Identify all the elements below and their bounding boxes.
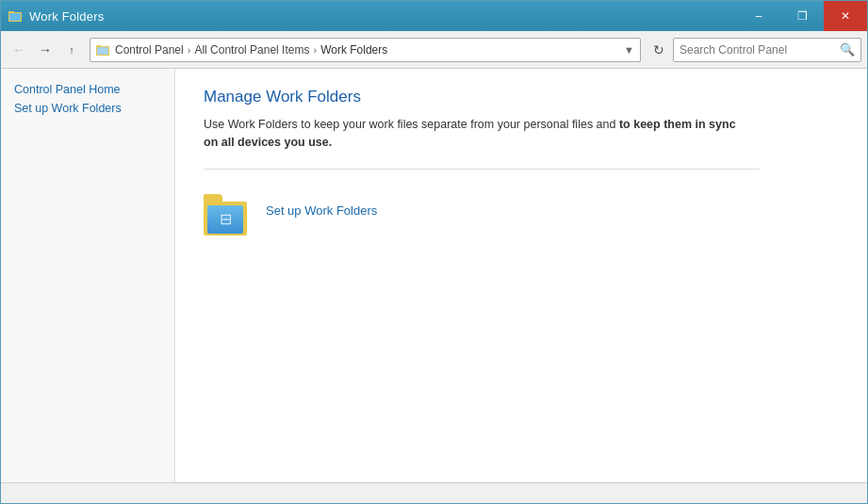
- search-box: 🔍: [673, 38, 861, 62]
- setup-work-folders-link[interactable]: Set up Work Folders: [266, 203, 377, 218]
- folder-overlay: [207, 205, 243, 234]
- page-title: Manage Work Folders: [204, 88, 839, 106]
- breadcrumb-control-panel[interactable]: Control Panel: [115, 43, 184, 57]
- status-bar: [1, 482, 867, 503]
- forward-button[interactable]: →: [33, 38, 57, 62]
- refresh-button[interactable]: ↻: [647, 38, 671, 62]
- title-bar: Work Folders – ❐ ✕: [1, 1, 867, 31]
- restore-button[interactable]: ❐: [780, 1, 824, 31]
- main-panel: Manage Work Folders Use Work Folders to …: [175, 69, 867, 482]
- back-button[interactable]: ←: [7, 38, 31, 62]
- setup-action-item[interactable]: Set up Work Folders: [204, 187, 839, 236]
- title-bar-left: Work Folders: [8, 8, 104, 24]
- svg-rect-2: [9, 13, 21, 21]
- nav-bar: ← → ↑ Control Panel › All Control Panel …: [1, 31, 867, 69]
- main-window: Work Folders – ❐ ✕ ← → ↑ Control Panel ›…: [0, 0, 868, 504]
- up-button[interactable]: ↑: [59, 38, 84, 62]
- svg-rect-5: [97, 47, 108, 55]
- content-divider: [204, 169, 760, 170]
- sidebar-link-control-panel-home[interactable]: Control Panel Home: [1, 80, 174, 99]
- breadcrumb-sep-1: ›: [188, 44, 191, 56]
- description: Use Work Folders to keep your work files…: [204, 116, 741, 152]
- window-icon: [8, 8, 24, 24]
- close-button[interactable]: ✕: [824, 1, 867, 31]
- work-folders-icon: [204, 187, 253, 236]
- description-plain: Use Work Folders to keep your work files…: [204, 118, 619, 131]
- search-input[interactable]: [680, 43, 840, 57]
- address-dropdown-button[interactable]: ▼: [622, 42, 636, 57]
- search-button[interactable]: 🔍: [840, 42, 855, 57]
- breadcrumb-all-items[interactable]: All Control Panel Items: [194, 43, 309, 57]
- content-area: Control Panel Home Set up Work Folders M…: [1, 69, 867, 482]
- address-bar: Control Panel › All Control Panel Items …: [90, 38, 641, 62]
- breadcrumb-work-folders[interactable]: Work Folders: [320, 43, 387, 57]
- sidebar-link-set-up-work-folders[interactable]: Set up Work Folders: [1, 99, 174, 118]
- sidebar: Control Panel Home Set up Work Folders: [1, 69, 175, 482]
- window-title: Work Folders: [29, 9, 104, 24]
- window-controls: – ❐ ✕: [737, 1, 867, 31]
- minimize-button[interactable]: –: [737, 1, 780, 31]
- breadcrumb-sep-2: ›: [313, 44, 317, 56]
- address-folder-icon: [96, 43, 111, 57]
